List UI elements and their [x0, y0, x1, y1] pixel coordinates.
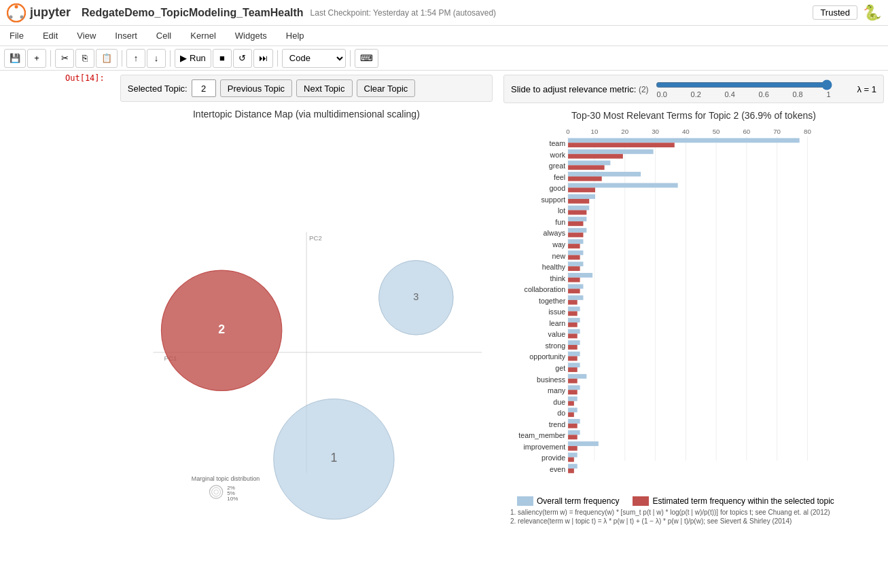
marginal-circle-inner — [214, 490, 218, 494]
notebook-title: RedgateDemo_TopicModeling_TeamHealth — [82, 7, 304, 19]
svg-text:30: 30 — [652, 128, 659, 135]
menu-insert[interactable]: Insert — [111, 29, 141, 42]
svg-text:collaboration: collaboration — [525, 285, 566, 293]
menu-file[interactable]: File — [5, 29, 28, 42]
bar-do-red — [568, 412, 574, 417]
tick-5: 1 — [826, 90, 830, 98]
svg-text:even: even — [550, 465, 565, 473]
menu-cell[interactable]: Cell — [152, 29, 175, 42]
svg-text:learn: learn — [549, 319, 565, 327]
add-cell-button[interactable]: + — [27, 49, 46, 68]
svg-text:70: 70 — [773, 128, 781, 135]
bar-strong-red — [568, 345, 578, 350]
run-label: Run — [190, 53, 206, 63]
restart-button[interactable]: ↺ — [233, 49, 252, 68]
tick-4: 0.8 — [792, 90, 802, 98]
save-button[interactable]: 💾 — [4, 49, 26, 68]
barchart-container: 0 10 20 30 40 50 60 70 80 — [503, 124, 884, 588]
svg-text:10: 10 — [591, 128, 599, 135]
svg-text:80: 80 — [804, 128, 811, 135]
relevance-slider[interactable] — [656, 79, 832, 90]
python-icon: 🐍 — [863, 4, 881, 22]
cut-button[interactable]: ✂ — [55, 49, 74, 68]
toolbar-separator-4 — [277, 50, 278, 67]
bar-lot-red — [568, 210, 586, 215]
bar-work-red — [568, 154, 623, 159]
next-topic-button[interactable]: Next Topic — [296, 79, 352, 97]
bar-provide-blue — [568, 453, 578, 458]
bar-collab-blue — [568, 284, 583, 289]
paste-button[interactable]: 📋 — [96, 49, 118, 68]
bar-strong-blue — [568, 340, 580, 345]
run-button[interactable]: ▶ Run — [175, 49, 211, 68]
bar-many-blue — [568, 385, 580, 390]
toolbar-separator-5 — [350, 50, 351, 67]
stop-button[interactable]: ■ — [213, 49, 232, 68]
bar-work-blue — [568, 149, 654, 154]
svg-text:healthy: healthy — [542, 263, 566, 271]
bar-feel-red — [568, 177, 602, 181]
bar-learn-blue — [568, 318, 580, 323]
bar-team-member-red — [568, 435, 578, 439]
legend-red-item: Estimated term frequency within the sele… — [633, 496, 834, 506]
bar-think-blue — [568, 273, 592, 278]
bar-way-blue — [568, 239, 583, 244]
svg-point-2 — [10, 15, 13, 18]
svg-text:together: together — [539, 297, 566, 305]
legend-red-label: Estimated term frequency within the sele… — [652, 496, 834, 506]
run-icon: ▶ — [180, 53, 187, 63]
bar-trend-red — [568, 424, 578, 428]
legend-blue-box — [517, 496, 533, 506]
copy-button[interactable]: ⎘ — [75, 49, 94, 68]
keyboard-button[interactable]: ⌨ — [355, 49, 378, 68]
bar-learn-red — [568, 323, 578, 327]
svg-text:opportunity: opportunity — [529, 352, 566, 361]
bubble-3-label: 3 — [413, 291, 419, 302]
selected-topic-input[interactable] — [192, 79, 216, 97]
fast-forward-button[interactable]: ⏭ — [253, 49, 273, 68]
bar-always-red — [568, 233, 583, 238]
bar-even-blue — [568, 464, 578, 468]
svg-text:strong: strong — [545, 342, 565, 350]
lambda-label: λ = 1 — [857, 84, 876, 94]
svg-text:many: many — [548, 386, 566, 394]
bar-issue-blue — [568, 307, 580, 312]
move-down-button[interactable]: ↓ — [147, 49, 166, 68]
footnote-2: 2. relevance(term w | topic t) = λ * p(w… — [503, 517, 884, 525]
svg-point-3 — [20, 15, 24, 18]
marginal-label: Marginal topic distribution — [192, 475, 260, 482]
menu-view[interactable]: View — [73, 29, 100, 42]
svg-text:10%: 10% — [227, 496, 238, 502]
previous-topic-button[interactable]: Previous Topic — [220, 79, 292, 97]
bar-many-red — [568, 390, 578, 394]
bar-team-blue — [568, 138, 800, 143]
bar-improvement-red — [568, 446, 578, 451]
svg-text:support: support — [541, 196, 566, 204]
svg-text:50: 50 — [713, 128, 720, 135]
menu-help[interactable]: Help — [282, 29, 308, 42]
bar-fun-red — [568, 221, 583, 226]
trusted-button[interactable]: Trusted — [813, 5, 857, 20]
bar-fun-blue — [568, 217, 586, 221]
svg-text:good: good — [549, 184, 565, 192]
svg-text:team: team — [549, 139, 565, 147]
jupyter-icon — [7, 3, 26, 22]
intertopic-title: Intertopic Distance Map (via multidimens… — [120, 109, 493, 120]
move-up-button[interactable]: ↑ — [126, 49, 145, 68]
svg-text:issue: issue — [548, 308, 565, 316]
clear-topic-button[interactable]: Clear Topic — [357, 79, 416, 97]
bar-think-red — [568, 278, 580, 282]
bar-lot-blue — [568, 206, 589, 210]
bar-value-red — [568, 333, 578, 338]
menu-widgets[interactable]: Widgets — [231, 29, 271, 42]
bar-support-red — [568, 199, 589, 204]
svg-text:work: work — [550, 151, 566, 159]
menu-edit[interactable]: Edit — [39, 29, 62, 42]
bubble-2-label: 2 — [218, 323, 225, 336]
svg-text:feel: feel — [554, 173, 565, 181]
tick-0: 0.0 — [657, 90, 667, 98]
bar-together-red — [568, 300, 578, 305]
svg-text:get: get — [555, 364, 565, 372]
menu-kernel[interactable]: Kernel — [186, 29, 220, 42]
cell-type-select[interactable]: Code Markdown — [282, 49, 346, 68]
